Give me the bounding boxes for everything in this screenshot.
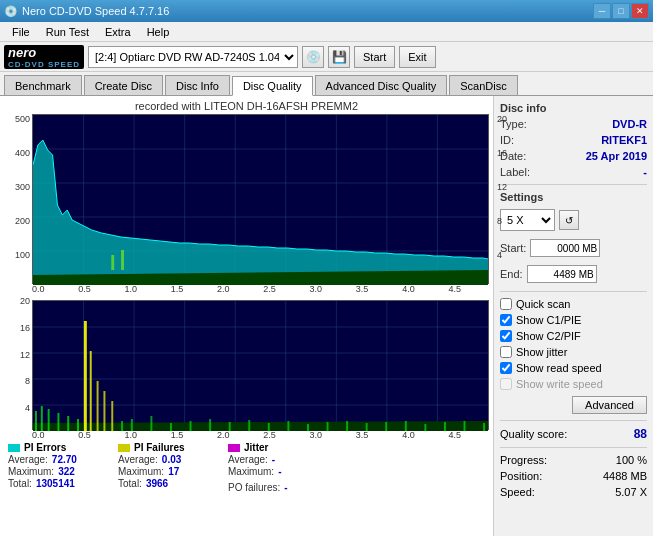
quality-score-label: Quality score: xyxy=(500,428,567,440)
pi-total-label: Total: xyxy=(8,478,32,489)
svg-rect-15 xyxy=(121,250,124,270)
svg-rect-50 xyxy=(307,424,309,431)
tab-disc-info[interactable]: Disc Info xyxy=(165,75,230,95)
y-right-20: 20 xyxy=(497,114,507,124)
jitter-avg-label: Average: xyxy=(228,454,268,465)
title-bar: 💿 Nero CD-DVD Speed 4.7.7.16 ─ □ ✕ xyxy=(0,0,653,22)
pif-total-val: 3966 xyxy=(146,478,168,489)
y-label-200: 200 xyxy=(4,216,30,226)
tab-bar: Benchmark Create Disc Disc Info Disc Qua… xyxy=(0,72,653,96)
advanced-button[interactable]: Advanced xyxy=(572,396,647,414)
tab-disc-quality[interactable]: Disc Quality xyxy=(232,76,313,96)
disc-label-value: - xyxy=(643,166,647,178)
svg-rect-41 xyxy=(131,419,133,431)
pi-errors-color xyxy=(8,444,20,452)
show-read-speed-checkbox[interactable] xyxy=(500,362,512,374)
pi-max-label: Maximum: xyxy=(8,466,54,477)
pi-max-val: 322 xyxy=(58,466,75,477)
menu-extra[interactable]: Extra xyxy=(97,24,139,40)
show-write-speed-row: Show write speed xyxy=(500,378,647,390)
position-row: Position: 4488 MB xyxy=(500,470,647,482)
pi-total-val: 1305141 xyxy=(36,478,75,489)
menu-run-test[interactable]: Run Test xyxy=(38,24,97,40)
progress-row: Progress: 100 % xyxy=(500,454,647,466)
svg-rect-34 xyxy=(77,419,79,431)
divider-2 xyxy=(500,291,647,292)
start-button[interactable]: Start xyxy=(354,46,395,68)
lower-y-20: 20 xyxy=(4,296,30,306)
svg-marker-28 xyxy=(33,421,488,431)
show-jitter-checkbox[interactable] xyxy=(500,346,512,358)
pi-errors-group: PI Errors Average: 72.70 Maximum: 322 To… xyxy=(8,442,108,489)
svg-rect-36 xyxy=(90,351,92,431)
lower-chart xyxy=(32,300,489,430)
quality-score-row: Quality score: 88 xyxy=(500,427,647,441)
date-value: 25 Apr 2019 xyxy=(586,150,647,162)
show-c1pie-label: Show C1/PIE xyxy=(516,314,581,326)
svg-rect-59 xyxy=(483,423,485,431)
disc-icon-button[interactable]: 💿 xyxy=(302,46,324,68)
svg-rect-45 xyxy=(209,419,211,431)
y-right-12: 12 xyxy=(497,182,507,192)
speed-row: Speed: 5.07 X xyxy=(500,486,647,498)
progress-label: Progress: xyxy=(500,454,547,466)
start-input[interactable] xyxy=(530,239,600,257)
chart-title: recorded with LITEON DH-16AFSH PREMM2 xyxy=(4,100,489,112)
tab-scandisc[interactable]: ScanDisc xyxy=(449,75,517,95)
tab-advanced-disc-quality[interactable]: Advanced Disc Quality xyxy=(315,75,448,95)
minimize-button[interactable]: ─ xyxy=(593,3,611,19)
pif-avg-val: 0.03 xyxy=(162,454,181,465)
main-content: recorded with LITEON DH-16AFSH PREMM2 50… xyxy=(0,96,653,536)
end-input[interactable] xyxy=(527,265,597,283)
svg-rect-48 xyxy=(268,423,270,431)
svg-rect-39 xyxy=(111,401,113,431)
right-panel: Disc info Type: DVD-R ID: RITEKF1 Date: … xyxy=(493,96,653,536)
exit-button[interactable]: Exit xyxy=(399,46,435,68)
stats-bar: PI Errors Average: 72.70 Maximum: 322 To… xyxy=(4,442,489,493)
refresh-button[interactable]: ↺ xyxy=(559,210,579,230)
save-icon-button[interactable]: 💾 xyxy=(328,46,350,68)
svg-rect-54 xyxy=(385,422,387,431)
svg-rect-51 xyxy=(327,422,329,431)
tab-create-disc[interactable]: Create Disc xyxy=(84,75,163,95)
divider-1 xyxy=(500,184,647,185)
pif-max-val: 17 xyxy=(168,466,179,477)
disc-info-header: Disc info xyxy=(500,102,647,114)
show-read-speed-row: Show read speed xyxy=(500,362,647,374)
show-write-speed-label: Show write speed xyxy=(516,378,603,390)
close-button[interactable]: ✕ xyxy=(631,3,649,19)
svg-rect-44 xyxy=(190,421,192,431)
maximize-button[interactable]: □ xyxy=(612,3,630,19)
svg-rect-38 xyxy=(103,391,105,431)
speed-setting-row: 5 X 1 X 2 X 4 X 8 X Max ↺ xyxy=(500,209,647,231)
svg-rect-30 xyxy=(41,406,43,431)
menu-help[interactable]: Help xyxy=(139,24,178,40)
svg-rect-31 xyxy=(48,409,50,431)
menu-bar: File Run Test Extra Help xyxy=(0,22,653,42)
svg-rect-42 xyxy=(150,416,152,431)
lower-y-4: 4 xyxy=(4,403,30,413)
divider-4 xyxy=(500,447,647,448)
quick-scan-checkbox[interactable] xyxy=(500,298,512,310)
show-write-speed-checkbox xyxy=(500,378,512,390)
jitter-avg-val: - xyxy=(272,454,275,465)
svg-rect-33 xyxy=(67,416,69,431)
jitter-max-label: Maximum: xyxy=(228,466,274,477)
drive-select[interactable]: [2:4] Optiarc DVD RW AD-7240S 1.04 xyxy=(88,46,298,68)
show-c2pif-label: Show C2/PIF xyxy=(516,330,581,342)
menu-file[interactable]: File xyxy=(4,24,38,40)
svg-rect-40 xyxy=(121,421,123,431)
lower-y-16: 16 xyxy=(4,323,30,333)
pi-failures-group: PI Failures Average: 0.03 Maximum: 17 To… xyxy=(118,442,218,489)
svg-rect-53 xyxy=(366,423,368,431)
y-right-16: 16 xyxy=(497,148,507,158)
po-failures-label: PO failures: xyxy=(228,482,280,493)
pif-total-label: Total: xyxy=(118,478,142,489)
show-c1pie-checkbox[interactable] xyxy=(500,314,512,326)
speed-select[interactable]: 5 X 1 X 2 X 4 X 8 X Max xyxy=(500,209,555,231)
show-c2pif-checkbox[interactable] xyxy=(500,330,512,342)
speed-value: 5.07 X xyxy=(615,486,647,498)
tab-benchmark[interactable]: Benchmark xyxy=(4,75,82,95)
position-value: 4488 MB xyxy=(603,470,647,482)
divider-3 xyxy=(500,420,647,421)
